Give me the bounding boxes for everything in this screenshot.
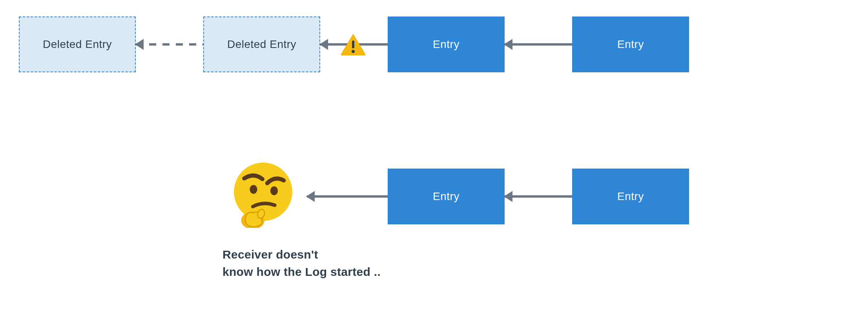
node-label: Entry <box>433 38 460 51</box>
deleted-entry-node: Deleted Entry <box>19 17 136 72</box>
svg-point-4 <box>270 186 278 195</box>
entry-node: Entry <box>388 169 505 224</box>
diagram-stage: Deleted Entry Deleted Entry Entry Entry <box>0 0 868 323</box>
entry-node: Entry <box>572 17 689 72</box>
svg-point-1 <box>352 50 355 53</box>
node-label: Entry <box>617 38 644 51</box>
node-label: Entry <box>433 190 460 203</box>
thinking-face-icon <box>229 159 297 230</box>
node-label: Deleted Entry <box>227 38 296 51</box>
node-label: Deleted Entry <box>43 38 112 51</box>
node-label: Entry <box>617 190 644 203</box>
receiver-caption: Receiver doesn't know how the Log starte… <box>222 246 427 280</box>
svg-point-3 <box>250 185 257 194</box>
entry-node: Entry <box>388 17 505 72</box>
entry-node: Entry <box>572 169 689 224</box>
deleted-entry-node: Deleted Entry <box>203 17 320 72</box>
